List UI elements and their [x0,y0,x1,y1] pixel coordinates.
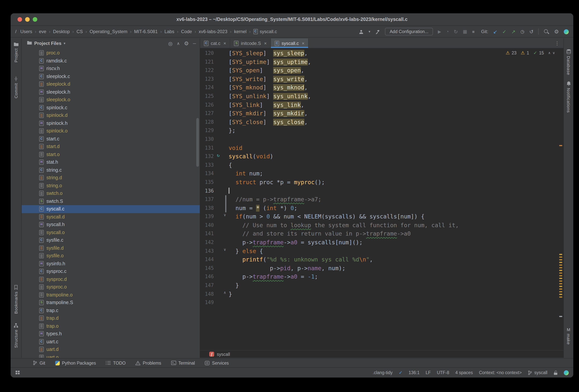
code-text[interactable]: syscall(void) [229,152,273,161]
project-file-trampoline.o[interactable]: trampoline.o [22,291,200,299]
editor-gutter[interactable]: 145 [200,264,229,273]
run-icon[interactable]: ▶ [438,29,441,34]
project-file-trap.d[interactable]: trap.d [22,314,200,322]
code-text[interactable]: [SYS_mknod] sys_mknod, [229,83,308,92]
status-4-spaces[interactable]: 4 spaces [455,370,473,375]
project-file-spinlock.d[interactable]: spinlock.d [22,111,200,119]
status-lf[interactable]: LF [426,370,431,375]
editor-gutter[interactable]: 125 [200,92,229,101]
status-utf-8[interactable]: UTF-8 [437,370,449,375]
editor-gutter[interactable]: 147 [200,281,229,290]
project-file-sleeplock.h[interactable]: Hsleeplock.h [22,88,200,96]
collapse-all-icon[interactable]: ∧ [177,41,180,45]
editor-gutter[interactable]: 142 [200,238,229,247]
toolwindow-button-terminal[interactable]: Terminal [171,361,195,365]
project-file-start.o[interactable]: start.o [22,151,200,158]
project-file-sysproc.c[interactable]: Csysproc.c [22,268,200,275]
editor-gutter[interactable]: 131 [200,144,229,152]
editor-gutter[interactable]: 140 [200,221,229,230]
stop-icon[interactable]: ■ [472,29,475,34]
breadcrumb-Operating_System[interactable]: Operating_System [90,29,128,34]
code-text[interactable]: [SYS_link] sys_link, [229,101,304,109]
inspections-widget[interactable]: ⚠23 ⚠1 ✓15 ∧ ∨ [506,51,555,55]
project-file-string.d[interactable]: string.d [22,174,200,182]
breadcrumb-Code[interactable]: Code [181,29,192,34]
chevron-down-icon[interactable]: ∨ [553,51,555,55]
editor-gutter[interactable]: 123 [200,75,229,83]
search-icon[interactable] [544,29,549,34]
vcs-push-icon[interactable]: ↗ [511,29,515,34]
code-text[interactable]: [SYS_uptime] sys_uptime, [229,58,311,66]
profiler-icon[interactable]: ◔ [446,29,449,34]
status-context-no-context-[interactable]: Context: <no context> [479,370,522,375]
editor-gutter[interactable]: 149 [200,298,229,307]
coverage-icon[interactable]: ▦ [463,29,467,34]
settings-icon[interactable]: ⚙ [184,41,189,46]
project-scrollbar[interactable] [196,118,199,167]
project-file-swtch.S[interactable]: Sswtch.S [22,197,200,205]
project-file-spinlock.c[interactable]: Cspinlock.c [22,104,200,111]
project-file-sleeplock.o[interactable]: sleeplock.o [22,96,200,104]
code-text[interactable]: p->trapframe->a0 = syscalls[num](); [229,238,362,247]
project-file-types.h[interactable]: Htypes.h [22,330,200,338]
dots-icon[interactable]: ⋮ [551,41,563,46]
editor-gutter[interactable]: 146 [200,273,229,281]
fold-up-icon[interactable]: ∧ [224,291,226,294]
recursion-icon[interactable]: ↻ [217,153,219,157]
editor-gutter[interactable]: 126 [200,101,229,109]
toolwindow-button-commit[interactable]: Commit [11,77,21,98]
editor-gutter[interactable]: 133 [200,161,229,169]
editor-gutter[interactable]: 136 [200,187,229,195]
breadcrumb-Desktop[interactable]: Desktop [53,29,70,34]
settings-icon[interactable]: ⚙ [554,29,559,34]
chevron-up-icon[interactable]: ∧ [548,51,551,55]
code-text[interactable]: p->pid, p->name, num); [229,264,345,273]
toolbox-ball-icon[interactable] [564,29,569,34]
toolwindow-button-services[interactable]: Services [205,361,229,365]
project-file-stat.h[interactable]: Hstat.h [22,158,200,166]
breadcrumb-Labs[interactable]: Labs [164,29,174,34]
editor-tab-syscall.c[interactable]: Csyscall.c× [271,38,309,48]
code-text[interactable]: [SYS_close] sys_close, [229,118,308,127]
status-syscall[interactable]: syscall [528,370,547,375]
code-text[interactable]: num = * (int *) 0; [229,204,297,212]
breadcrumb-Users[interactable]: Users [20,29,32,34]
breadcrumb-syscall.c[interactable]: Csyscall.c [253,29,277,34]
vcs-update-icon[interactable]: ↙ [493,29,497,34]
breadcrumb-function[interactable]: syscall [217,352,230,356]
project-file-string.o[interactable]: string.o [22,182,200,190]
project-file-uart.o[interactable]: uart.o [22,353,200,358]
code-text[interactable]: } [229,290,232,298]
editor-tab-cat.c[interactable]: Ccat.c× [200,38,230,48]
toolwindow-button-problems[interactable]: Problems [136,361,161,365]
editor-gutter[interactable]: 120 [200,49,229,58]
code-text[interactable]: { [229,161,232,169]
code-text[interactable]: }; [229,127,235,135]
toolwindow-button-todo[interactable]: TODO [106,361,126,365]
editor-gutter[interactable]: 148∧ [200,290,229,298]
project-file-sleeplock.c[interactable]: Csleeplock.c [22,73,200,80]
project-file-spinlock.o[interactable]: spinlock.o [22,127,200,135]
toolwindow-button-project[interactable]: Project [11,42,21,62]
code-text[interactable]: [SYS_unlink] sys_unlink, [229,92,311,101]
close-icon[interactable]: × [302,41,304,46]
editor-gutter[interactable]: 139∨ [200,213,229,221]
project-file-sysinfo.h[interactable]: Hsysinfo.h [22,260,200,268]
build-hammer-icon[interactable] [375,29,380,34]
breadcrumb-xv6-labs-2023[interactable]: xv6-labs-2023 [199,29,227,34]
project-file-proc.o[interactable]: proc.o [22,49,200,57]
breadcrumb-kernel[interactable]: kernel [234,29,246,34]
project-file-syscall.d[interactable]: syscall.d [22,213,200,221]
project-file-uart.d[interactable]: uart.d [22,346,200,353]
code-text[interactable]: [SYS_write] sys_write, [229,75,308,83]
add-configuration-button[interactable]: Add Configuration... [385,28,433,35]
status-unlock-icon[interactable] [554,370,558,375]
project-file-swtch.o[interactable]: swtch.o [22,190,200,197]
code-text[interactable]: // Use num to lookup the system call fun… [229,221,459,230]
fold-down-icon[interactable]: ∨ [224,213,226,217]
locate-icon[interactable]: ◎ [168,41,172,46]
rerun-icon[interactable]: ↻ [454,29,458,34]
project-file-ramdisk.c[interactable]: Cramdisk.c [22,57,200,65]
status-toolbox-ball-icon[interactable] [564,370,569,375]
toolwindow-button-structure[interactable]: Structure [11,323,21,348]
